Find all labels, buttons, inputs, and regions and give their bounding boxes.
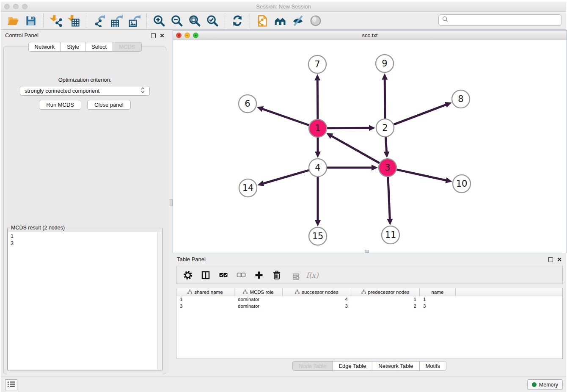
graph-arrowhead [314, 74, 320, 80]
graph-edge-2-3[interactable] [385, 137, 386, 153]
tree-icon [361, 290, 366, 295]
column-header-name[interactable]: name [420, 288, 456, 296]
float-panel-icon[interactable] [151, 33, 156, 38]
table-cell[interactable]: 4 [283, 296, 351, 303]
tab-network-table[interactable]: Network Table [372, 361, 419, 371]
table-cell[interactable]: dominator [234, 296, 283, 303]
tab-mcds[interactable]: MCDS [113, 42, 141, 52]
window-title: Session: New Session [1, 3, 566, 10]
hide-icon[interactable] [292, 14, 304, 27]
search-box[interactable] [438, 14, 562, 26]
table-cell[interactable]: 3 [176, 303, 234, 310]
zoom-in-icon[interactable] [153, 14, 165, 27]
mcds-result-title: MCDS result (2 nodes) [10, 225, 66, 231]
table-cell[interactable]: 1 [176, 296, 234, 303]
app-window: Session: New Session Control Panel ✕ Opt… [1, 2, 566, 392]
tree-icon [243, 290, 248, 295]
graph-arrowhead [315, 220, 321, 226]
table-row[interactable]: 1dominator411 [176, 296, 562, 303]
tab-node-table[interactable]: Node Table [292, 361, 333, 371]
close-panel-button[interactable]: Close panel [87, 100, 131, 110]
refresh-icon[interactable] [231, 14, 244, 27]
graph-edge-2-9[interactable] [385, 78, 385, 119]
column-header-MCDS-role[interactable]: MCDS role [234, 288, 283, 296]
node-table: shared nameMCDS rolesuccessor nodesprede… [176, 288, 563, 359]
export-table-icon[interactable] [110, 14, 123, 27]
network-canvas[interactable]: 7968124310141511 [173, 40, 567, 253]
task-history-button[interactable] [5, 379, 17, 390]
mcds-panel: Optimization criterion: strongly connect… [3, 47, 166, 374]
home-icon[interactable] [274, 14, 286, 27]
graph-node-label: 7 [314, 59, 320, 69]
tree-icon [295, 290, 300, 295]
graph-edge-1-6[interactable] [261, 108, 309, 125]
table-float-panel-icon[interactable] [548, 257, 553, 262]
criterion-select[interactable]: strongly connected component [20, 86, 150, 96]
graph-node-label: 9 [382, 58, 387, 69]
table-cell[interactable]: 3 [283, 303, 351, 310]
table-cell[interactable]: 1 [351, 296, 420, 303]
graph-edge-3-10[interactable] [396, 170, 447, 181]
sphere-icon[interactable] [309, 14, 322, 27]
gear-icon[interactable] [182, 270, 193, 281]
main-titlebar: Session: New Session [1, 2, 566, 12]
graph-edge-2-8[interactable] [394, 104, 448, 124]
select-all-icon[interactable] [218, 270, 229, 281]
delete-column-icon[interactable] [271, 270, 282, 281]
table-cell[interactable]: 3 [420, 303, 456, 310]
graph-node-label: 14 [242, 183, 254, 193]
tab-style[interactable]: Style [61, 42, 85, 52]
tab-edge-table[interactable]: Edge Table [332, 361, 372, 371]
add-column-icon[interactable] [253, 270, 264, 281]
graph-node-label: 3 [385, 163, 390, 173]
deselect-all-icon[interactable] [236, 270, 247, 281]
tree-icon [187, 290, 192, 295]
result-scrollbar[interactable] [157, 232, 162, 370]
run-mcds-button[interactable]: Run MCDS [39, 100, 81, 110]
import-network-icon[interactable] [50, 14, 62, 27]
mcds-result-text[interactable]: 1 3 [8, 232, 162, 370]
list-icon [8, 381, 15, 389]
split-panel-icon[interactable] [200, 270, 211, 281]
splitter-handle[interactable] [170, 199, 173, 206]
table-toolbar: f(x) [176, 266, 563, 284]
table-row[interactable]: 3dominator323 [176, 303, 562, 310]
graph-edge-1-2[interactable] [327, 128, 371, 128]
tab-motifs[interactable]: Motifs [419, 361, 446, 371]
column-header-predecessor-nodes[interactable]: predecessor nodes [351, 288, 420, 296]
horizontal-splitter-handle[interactable] [365, 250, 369, 253]
search-input[interactable] [451, 17, 558, 23]
import-table-icon[interactable] [67, 14, 80, 27]
network-window-titlebar[interactable]: ✕ − + scc.txt [173, 30, 567, 40]
table-cell[interactable]: dominator [234, 303, 283, 310]
memory-button[interactable]: Memory [527, 379, 563, 390]
graph-node-label: 11 [385, 230, 396, 240]
graph-edge-3-1[interactable] [330, 135, 380, 163]
table-cell[interactable]: 2 [351, 303, 420, 310]
tab-network[interactable]: Network [28, 42, 61, 52]
table-cell[interactable]: 1 [420, 296, 456, 303]
export-network-icon[interactable] [92, 14, 105, 27]
zoom-out-icon[interactable] [171, 14, 183, 27]
network-title: scc.txt [173, 32, 567, 39]
graph-edge-3-11[interactable] [388, 177, 390, 221]
column-header-shared-name[interactable]: shared name [176, 288, 234, 296]
tab-select[interactable]: Select [85, 42, 113, 52]
zoom-fit-icon[interactable] [188, 14, 201, 27]
graph-node-label: 6 [245, 99, 250, 109]
open-folder-icon[interactable] [7, 14, 19, 27]
export-image-icon[interactable] [128, 14, 140, 27]
column-header-successor-nodes[interactable]: successor nodes [283, 288, 351, 296]
graph-arrowhead [384, 152, 390, 158]
save-icon[interactable] [25, 14, 37, 27]
graph-node-label: 8 [458, 94, 463, 104]
graph-edge-1-7[interactable] [317, 79, 318, 119]
graph-edge-4-14[interactable] [262, 170, 309, 184]
graph-arrowhead [369, 125, 375, 131]
mcds-result-group: MCDS result (2 nodes) 1 3 [7, 228, 162, 370]
zoom-selected-icon[interactable] [206, 14, 219, 27]
copy-network-icon[interactable] [256, 14, 269, 27]
close-panel-icon[interactable]: ✕ [160, 32, 165, 39]
table-close-panel-icon[interactable]: ✕ [557, 256, 562, 263]
graph-arrowhead [445, 177, 452, 183]
